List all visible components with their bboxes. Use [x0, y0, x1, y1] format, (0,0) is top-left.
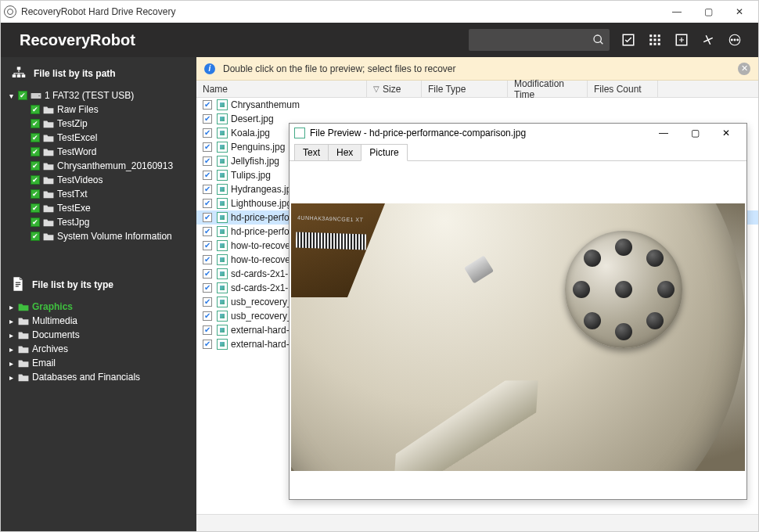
file-checkbox[interactable]: ✔: [203, 340, 212, 349]
sidebar-type-header: File list by its type: [1, 268, 196, 297]
image-file-icon: [217, 268, 228, 279]
preview-tab[interactable]: Picture: [361, 144, 407, 161]
file-checkbox[interactable]: ✔: [203, 114, 212, 124]
column-modtime[interactable]: Modification Time: [508, 81, 588, 97]
file-checkbox[interactable]: ✔: [203, 156, 212, 166]
type-list[interactable]: ▸Graphics▸Multimedia▸Documents▸Archives▸…: [1, 297, 196, 384]
tree-folder-item[interactable]: ✔Raw Files: [7, 102, 196, 117]
tree-folder-item[interactable]: ✔Chrysanthemum_20160913: [7, 159, 196, 173]
file-checkbox[interactable]: ✔: [203, 227, 212, 236]
type-item[interactable]: ▸Documents: [7, 328, 196, 342]
type-item[interactable]: ▸Archives: [7, 342, 196, 356]
preview-tab[interactable]: Hex: [328, 144, 362, 161]
svg-rect-23: [16, 282, 20, 282]
preview-window[interactable]: File Preview - hd-price-performance-comp…: [289, 123, 747, 500]
svg-rect-18: [13, 74, 16, 77]
svg-line-1: [600, 41, 603, 44]
pagination-bar[interactable]: [196, 514, 758, 531]
svg-rect-19: [17, 74, 21, 77]
main-toolbar: RecoveryRobot: [1, 23, 758, 57]
preview-titlebar[interactable]: File Preview - hd-price-performance-comp…: [290, 124, 746, 142]
column-size[interactable]: ▽Size: [367, 81, 422, 97]
more-options-icon[interactable]: [722, 27, 747, 52]
preview-minimize[interactable]: —: [648, 128, 679, 138]
file-checkbox[interactable]: ✔: [203, 213, 212, 222]
window-close[interactable]: ✕: [724, 1, 755, 23]
type-item[interactable]: ▸Multimedia: [7, 314, 196, 328]
folder-icon: [43, 120, 54, 128]
image-file-icon: [217, 240, 228, 251]
svg-rect-6: [649, 39, 652, 41]
file-checkbox[interactable]: ✔: [203, 171, 212, 180]
search-box[interactable]: [469, 29, 610, 51]
column-filescount[interactable]: Files Count: [588, 81, 658, 97]
file-checkbox[interactable]: ✔: [203, 297, 212, 307]
image-file-icon: [217, 99, 228, 110]
folder-icon: [18, 373, 29, 382]
file-checkbox[interactable]: ✔: [203, 241, 212, 250]
folder-icon: [18, 303, 29, 311]
image-file-icon: [217, 198, 228, 209]
tree-folder-item[interactable]: ✔System Volume Information: [7, 229, 196, 243]
image-file-icon: [217, 142, 228, 153]
file-checkbox[interactable]: ✔: [203, 100, 212, 110]
image-file-icon: [217, 212, 228, 223]
preview-close[interactable]: ✕: [710, 128, 742, 138]
column-name[interactable]: Name: [196, 81, 367, 97]
preview-maximize[interactable]: ▢: [679, 128, 710, 138]
tree-folder-item[interactable]: ✔TestExe: [7, 201, 196, 215]
tree-folder-item[interactable]: ✔TestZip: [7, 117, 196, 131]
folder-icon: [43, 162, 54, 171]
tree-folder-item[interactable]: ✔TestExcel: [7, 131, 196, 145]
svg-rect-3: [649, 34, 652, 37]
window-minimize[interactable]: —: [661, 1, 692, 23]
grid-view-icon[interactable]: [642, 27, 667, 52]
image-file-icon: [217, 339, 228, 350]
select-all-icon[interactable]: [616, 27, 641, 52]
folder-icon: [43, 176, 54, 185]
type-item[interactable]: ▸Databases and Financials: [7, 370, 196, 384]
file-row[interactable]: ✔Chrysanthemum: [196, 98, 758, 112]
file-checkbox[interactable]: ✔: [203, 142, 212, 152]
type-item[interactable]: ▸Email: [7, 356, 196, 370]
tree-root[interactable]: ▾✔1 FAT32 (TEST USB): [7, 88, 196, 102]
file-checkbox[interactable]: ✔: [203, 311, 212, 321]
sidebar: File list by its path ▾✔1 FAT32 (TEST US…: [1, 57, 196, 531]
preview-tab[interactable]: Text: [294, 144, 329, 161]
tree-folder-item[interactable]: ✔TestVideos: [7, 173, 196, 187]
file-checkbox[interactable]: ✔: [203, 255, 212, 264]
svg-rect-17: [17, 66, 21, 70]
window-maximize[interactable]: ▢: [692, 1, 724, 23]
image-file-icon: [217, 170, 228, 181]
folder-icon: [18, 331, 29, 340]
file-checkbox[interactable]: ✔: [203, 185, 212, 194]
svg-point-16: [737, 39, 739, 41]
file-checkbox[interactable]: ✔: [203, 283, 212, 293]
file-checkbox[interactable]: ✔: [203, 325, 212, 335]
type-item[interactable]: ▸Graphics: [7, 300, 196, 314]
image-file-icon: [217, 184, 228, 195]
save-list-icon[interactable]: [669, 27, 694, 52]
image-file-icon: [217, 226, 228, 237]
column-filetype[interactable]: File Type: [422, 81, 508, 97]
app-icon: [4, 5, 16, 18]
file-checkbox[interactable]: ✔: [203, 128, 212, 138]
file-checkbox[interactable]: ✔: [203, 269, 212, 279]
folder-icon: [43, 134, 54, 142]
document-icon: [12, 277, 24, 293]
sidebar-path-header: File list by its path: [1, 57, 196, 85]
folder-tree[interactable]: ▾✔1 FAT32 (TEST USB)✔Raw Files✔TestZip✔T…: [1, 85, 196, 251]
image-file-icon: [217, 297, 228, 307]
svg-rect-24: [16, 284, 20, 285]
file-checkbox[interactable]: ✔: [203, 199, 212, 208]
info-close-button[interactable]: ✕: [738, 63, 750, 75]
tree-folder-item[interactable]: ✔TestWord: [7, 145, 196, 159]
filter-icon[interactable]: [696, 27, 721, 52]
sidebar-type-label: File list by its type: [32, 279, 113, 290]
tree-folder-item[interactable]: ✔TestJpg: [7, 215, 196, 229]
brand-label: RecoveryRobot: [20, 31, 135, 49]
preview-tabs: TextHexPicture: [290, 142, 746, 161]
svg-point-22: [38, 95, 40, 96]
tree-folder-item[interactable]: ✔TestTxt: [7, 187, 196, 201]
sort-indicator-icon: ▽: [373, 84, 380, 93]
